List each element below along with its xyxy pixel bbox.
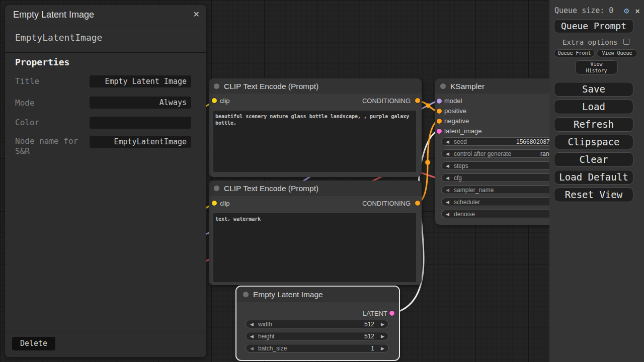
extra-options-row: Extra options (549, 38, 644, 46)
collapse-dot-icon[interactable] (243, 292, 249, 297)
color-field[interactable] (90, 117, 191, 129)
menu-header: Queue size: 0 ⚙ ✕ (554, 5, 640, 16)
field-label-color: Color (15, 118, 85, 128)
node-properties-panel: Empty Latent Image ✕ EmptyLatentImage Pr… (5, 5, 206, 357)
clear-button[interactable]: Clear (554, 152, 633, 167)
node-clip-text-encode-positive[interactable]: CLIP Text Encode (Prompt) clip CONDITION… (209, 78, 422, 177)
load-default-button[interactable]: Load Default (554, 170, 633, 185)
input-slot-positive[interactable] (437, 109, 442, 114)
widget-label: cfg (454, 174, 462, 182)
load-button[interactable]: Load (554, 100, 633, 114)
decrement-arrow-icon[interactable] (446, 186, 449, 194)
node-title-bar[interactable]: Empty Latent Image (236, 287, 399, 302)
node-title: CLIP Text Encode (Prompt) (224, 82, 318, 91)
decrement-arrow-icon[interactable] (446, 210, 449, 218)
node-name-field[interactable]: EmptyLatentImage (90, 136, 191, 148)
prompt-textarea[interactable]: beautiful scenery nature glass bottle la… (213, 111, 416, 172)
properties-heading: Properties (15, 57, 69, 67)
widget-label: height (258, 332, 275, 340)
output-label: LATENT (363, 310, 387, 317)
input-label: latent_image (444, 127, 481, 135)
input-slot-clip[interactable] (212, 98, 217, 103)
decrement-arrow-icon[interactable] (446, 174, 449, 182)
decrement-arrow-icon[interactable] (250, 332, 254, 340)
divider (5, 331, 206, 331)
input-label: positive (444, 107, 466, 115)
queue-prompt-button[interactable]: Queue Prompt (554, 19, 633, 33)
queue-front-button[interactable]: Queue Front (554, 49, 595, 57)
node-title: KSampler (450, 82, 485, 91)
title-field[interactable]: Empty Latent Image (90, 75, 191, 87)
refresh-button[interactable]: Refresh (554, 117, 633, 132)
widget-label: width (258, 320, 272, 328)
input-slot-negative[interactable] (437, 119, 442, 124)
widget-label: steps (454, 162, 468, 170)
node-title: CLIP Text Encode (Prompt) (224, 184, 318, 193)
close-icon[interactable]: ✕ (193, 10, 200, 19)
widget-value: 1566802087 (516, 138, 550, 146)
prompt-textarea[interactable]: text, watermark (213, 213, 416, 282)
collapse-dot-icon[interactable] (440, 83, 446, 89)
field-label-mode: Mode (15, 98, 85, 108)
collapse-dot-icon[interactable] (214, 83, 219, 89)
decrement-arrow-icon[interactable] (446, 162, 449, 170)
view-history-button[interactable]: View History (575, 60, 618, 74)
comfyui-menu: Queue size: 0 ⚙ ✕ Queue Prompt Extra opt… (549, 0, 644, 362)
increment-arrow-icon[interactable] (381, 344, 384, 352)
output-slot-conditioning[interactable] (415, 201, 420, 206)
node-clip-text-encode-negative[interactable]: CLIP Text Encode (Prompt) clip CONDITION… (209, 180, 422, 285)
decrement-arrow-icon[interactable] (446, 198, 449, 206)
delete-button[interactable]: Delete (12, 337, 55, 350)
close-icon[interactable]: ✕ (635, 6, 640, 16)
extra-options-label: Extra options (562, 38, 618, 46)
reset-view-button[interactable]: Reset View (554, 188, 633, 202)
widget-batch-size[interactable]: batch_size 1 (246, 344, 389, 352)
node-type-label: EmptyLatentImage (15, 32, 102, 43)
field-label-node-name: Node name for S&R (15, 136, 85, 156)
increment-arrow-icon[interactable] (381, 332, 384, 340)
save-button[interactable]: Save (554, 82, 633, 97)
collapse-dot-icon[interactable] (214, 186, 219, 191)
panel-title: Empty Latent Image (13, 10, 94, 20)
input-slot-clip[interactable] (212, 201, 217, 206)
decrement-arrow-icon[interactable] (250, 320, 254, 328)
node-empty-latent-image[interactable]: Empty Latent Image LATENT width 512 heig… (236, 287, 399, 360)
widget-value: 1 (371, 344, 374, 352)
widget-label: batch_size (258, 344, 287, 352)
widget-label: control after generate (454, 150, 511, 158)
panel-title-bar: Empty Latent Image ✕ (5, 5, 206, 25)
divider (5, 52, 206, 53)
settings-gear-icon[interactable]: ⚙ (624, 6, 629, 16)
input-slot-latent-image[interactable] (437, 129, 442, 134)
widget-value: 512 (364, 332, 374, 340)
link-midpoint-dot[interactable] (426, 104, 431, 108)
view-queue-button[interactable]: View Queue (597, 49, 637, 57)
decrement-arrow-icon[interactable] (446, 150, 449, 158)
queue-size-label: Queue size: 0 (554, 6, 624, 15)
increment-arrow-icon[interactable] (381, 320, 384, 328)
input-slot-model[interactable] (437, 99, 442, 104)
decrement-arrow-icon[interactable] (250, 344, 254, 352)
widget-label: seed (454, 138, 467, 146)
mode-field[interactable]: Always (90, 97, 191, 109)
field-label-title: Title (15, 76, 85, 86)
link-midpoint-dot[interactable] (425, 160, 430, 165)
clipspace-button[interactable]: Clipspace (554, 135, 633, 149)
output-label: CONDITIONING (362, 97, 411, 105)
node-title: Empty Latent Image (253, 290, 323, 299)
decrement-arrow-icon[interactable] (446, 138, 449, 146)
widget-label: sampler_name (454, 186, 494, 194)
widget-value: 512 (364, 320, 374, 328)
widget-label: denoise (454, 210, 475, 218)
widget-height[interactable]: height 512 (246, 332, 389, 340)
output-slot-conditioning[interactable] (415, 98, 420, 103)
output-slot-latent[interactable] (389, 311, 394, 316)
input-label: clip (220, 200, 230, 207)
widget-width[interactable]: width 512 (246, 320, 389, 328)
output-label: CONDITIONING (362, 200, 411, 207)
extra-options-checkbox[interactable] (623, 39, 629, 45)
input-label: clip (220, 97, 230, 105)
node-title-bar[interactable]: CLIP Text Encode (Prompt) (209, 78, 422, 94)
node-title-bar[interactable]: CLIP Text Encode (Prompt) (209, 180, 422, 196)
widget-label: scheduler (454, 198, 480, 206)
